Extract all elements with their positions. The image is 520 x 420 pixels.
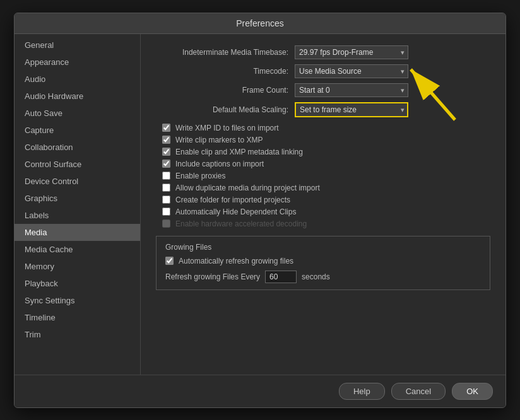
checkbox-hide-dependent: Automatically Hide Dependent Clips bbox=[162, 207, 490, 216]
help-button[interactable]: Help bbox=[339, 383, 385, 400]
dialog-body: General Appearance Audio Audio Hardware … bbox=[15, 34, 505, 375]
checkbox-write-clip-markers-label: Write clip markers to XMP bbox=[175, 136, 263, 144]
sidebar-item-control-surface[interactable]: Control Surface bbox=[15, 156, 140, 173]
sidebar-item-capture[interactable]: Capture bbox=[15, 122, 140, 139]
checkbox-hide-dependent-label: Automatically Hide Dependent Clips bbox=[175, 207, 296, 216]
checkbox-allow-duplicate-label: Allow duplicate media during project imp… bbox=[175, 184, 320, 192]
checkbox-create-folder: Create folder for imported projects bbox=[162, 195, 490, 204]
refresh-every-label: Refresh growing Files Every bbox=[165, 272, 260, 281]
sidebar-item-audio-hardware[interactable]: Audio Hardware bbox=[15, 88, 140, 105]
sidebar-item-media[interactable]: Media bbox=[15, 224, 140, 241]
indeterminate-label: Indeterminate Media Timebase: bbox=[156, 48, 295, 57]
ok-button[interactable]: OK bbox=[452, 383, 493, 400]
checkbox-include-captions-input[interactable] bbox=[162, 160, 170, 168]
timecode-select-wrapper: Use Media Source bbox=[295, 64, 408, 78]
frame-count-row: Frame Count: Start at 0 bbox=[156, 83, 490, 97]
preferences-dialog: Preferences General Appearance Audio Aud… bbox=[14, 13, 506, 408]
checkbox-create-folder-label: Create folder for imported projects bbox=[175, 195, 290, 204]
checkbox-allow-duplicate-input[interactable] bbox=[162, 184, 170, 192]
checkbox-write-xmp-id-input[interactable] bbox=[162, 124, 170, 132]
timecode-label: Timecode: bbox=[156, 67, 295, 76]
default-scaling-row: Default Media Scaling: Set to frame size bbox=[156, 102, 490, 117]
sidebar-item-sync-settings[interactable]: Sync Settings bbox=[15, 292, 140, 309]
checkbox-enable-proxies: Enable proxies bbox=[162, 172, 490, 180]
checkbox-enable-clip-xmp: Enable clip and XMP metadata linking bbox=[162, 148, 490, 156]
sidebar-item-graphics[interactable]: Graphics bbox=[15, 190, 140, 207]
checkbox-enable-clip-xmp-input[interactable] bbox=[162, 148, 170, 156]
frame-count-select-wrapper: Start at 0 bbox=[295, 83, 408, 97]
default-scaling-select-wrapper: Set to frame size bbox=[295, 102, 408, 117]
refresh-every-input[interactable] bbox=[265, 271, 297, 283]
checkbox-include-captions: Include captions on import bbox=[162, 160, 490, 168]
checkbox-auto-refresh-label: Automatically refresh growing files bbox=[179, 257, 293, 265]
sidebar: General Appearance Audio Audio Hardware … bbox=[15, 34, 141, 375]
checkbox-hw-accel-label: Enable hardware accelerated decoding bbox=[175, 219, 307, 228]
sidebar-item-timeline[interactable]: Timeline bbox=[15, 309, 140, 326]
checkbox-hw-accel-input bbox=[162, 219, 170, 228]
timecode-select[interactable]: Use Media Source bbox=[295, 64, 408, 78]
seconds-label: seconds bbox=[302, 272, 330, 281]
growing-files-section: Growing Files Automatically refresh grow… bbox=[156, 236, 490, 290]
frame-count-label: Frame Count: bbox=[156, 86, 295, 95]
checkbox-write-xmp-id-label: Write XMP ID to files on import bbox=[175, 124, 279, 132]
indeterminate-select-wrapper: 29.97 fps Drop-Frame bbox=[295, 45, 408, 59]
frame-count-select[interactable]: Start at 0 bbox=[295, 83, 408, 97]
growing-files-title: Growing Files bbox=[165, 243, 481, 252]
checkbox-write-clip-markers: Write clip markers to XMP bbox=[162, 136, 490, 144]
checkbox-enable-clip-xmp-label: Enable clip and XMP metadata linking bbox=[175, 148, 303, 156]
sidebar-item-trim[interactable]: Trim bbox=[15, 326, 140, 343]
checkbox-auto-refresh: Automatically refresh growing files bbox=[165, 257, 481, 265]
checkbox-include-captions-label: Include captions on import bbox=[175, 160, 264, 168]
checkbox-write-xmp-id: Write XMP ID to files on import bbox=[162, 124, 490, 132]
checkbox-write-clip-markers-input[interactable] bbox=[162, 136, 170, 144]
checkbox-hw-accel: Enable hardware accelerated decoding bbox=[162, 219, 490, 228]
sidebar-item-audio[interactable]: Audio bbox=[15, 71, 140, 88]
sidebar-item-labels[interactable]: Labels bbox=[15, 207, 140, 224]
sidebar-item-media-cache[interactable]: Media Cache bbox=[15, 241, 140, 258]
timecode-row: Timecode: Use Media Source bbox=[156, 64, 490, 78]
checkbox-enable-proxies-label: Enable proxies bbox=[175, 172, 225, 180]
refresh-interval-row: Refresh growing Files Every seconds bbox=[165, 271, 481, 283]
sidebar-item-playback[interactable]: Playback bbox=[15, 275, 140, 292]
checkbox-create-folder-input[interactable] bbox=[162, 195, 170, 204]
sidebar-item-memory[interactable]: Memory bbox=[15, 258, 140, 275]
sidebar-item-appearance[interactable]: Appearance bbox=[15, 54, 140, 71]
default-scaling-select[interactable]: Set to frame size bbox=[295, 102, 408, 117]
sidebar-item-general[interactable]: General bbox=[15, 37, 140, 54]
sidebar-item-collaboration[interactable]: Collaboration bbox=[15, 139, 140, 156]
checkbox-allow-duplicate: Allow duplicate media during project imp… bbox=[162, 184, 490, 192]
checkbox-enable-proxies-input[interactable] bbox=[162, 172, 170, 180]
sidebar-item-device-control[interactable]: Device Control bbox=[15, 173, 140, 190]
indeterminate-row: Indeterminate Media Timebase: 29.97 fps … bbox=[156, 45, 490, 59]
default-scaling-label: Default Media Scaling: bbox=[156, 105, 295, 114]
sidebar-item-auto-save[interactable]: Auto Save bbox=[15, 105, 140, 122]
main-content: Indeterminate Media Timebase: 29.97 fps … bbox=[141, 34, 505, 375]
checkbox-hide-dependent-input[interactable] bbox=[162, 207, 170, 216]
indeterminate-select[interactable]: 29.97 fps Drop-Frame bbox=[295, 45, 408, 59]
checkbox-auto-refresh-input[interactable] bbox=[165, 257, 174, 265]
cancel-button[interactable]: Cancel bbox=[391, 383, 446, 400]
dialog-title: Preferences bbox=[15, 13, 505, 34]
dialog-footer: Help Cancel OK bbox=[15, 375, 505, 407]
